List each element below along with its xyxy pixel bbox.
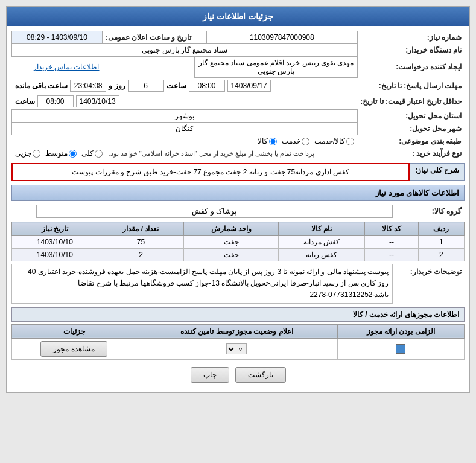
- province-label: استان محل تحویل:: [357, 110, 465, 123]
- purchase-option-medium[interactable]: متوسط: [45, 149, 77, 158]
- notes-title: توضیحات خریدار:: [392, 264, 465, 304]
- requestor-link[interactable]: اطلاعات تماس خریدار: [33, 63, 100, 71]
- summary-text: کفش اداری مردانه75 جفت و زنانه 2 جفت مجم…: [11, 163, 410, 181]
- time-label: ساعت: [167, 81, 186, 90]
- service-section-title: اطلاعات مجوزهای ارائه خدمت / کالا: [11, 307, 465, 322]
- cell-date: 1403/10/10: [12, 236, 98, 249]
- remaining-value: 23:04:08: [70, 80, 106, 92]
- reply-time-value: 08:00: [189, 80, 225, 92]
- col-qty: تعداد / مقدار: [98, 222, 184, 236]
- reply-days-value: 6: [128, 80, 164, 92]
- info-table: شماره نیاز: 1103097847000908 تاریخ و ساع…: [11, 31, 465, 159]
- cell-qty: 2: [98, 249, 184, 261]
- view-permit-button[interactable]: مشاهده مجوز: [40, 341, 107, 357]
- province-value: بوشهر: [12, 110, 358, 123]
- cell-unit: جفت: [184, 249, 279, 261]
- notes-table: توضیحات خریدار: پیوست پیشنهاد مالی و ارا…: [11, 264, 465, 304]
- table-row: 2 -- کفش زنانه جفت 2 1403/10/10: [12, 249, 465, 261]
- city-value: کنگان: [12, 123, 358, 135]
- col-status: اعلام وضعیت مجوز توسط تامین کننده: [136, 324, 338, 338]
- group-table: گروه کالا: پوشاک و کفش: [11, 205, 465, 218]
- summary-section: شرح کلی نیاز: کفش اداری مردانه75 جفت و ز…: [11, 163, 465, 181]
- buyer-org-value: ستاد مجتمع گاز پارس جنوبی: [12, 44, 358, 57]
- datetime-value: 1403/09/10 - 08:29: [12, 31, 103, 44]
- group-label: گروه کالا:: [392, 205, 465, 218]
- purchase-option-partial[interactable]: جزیی: [15, 149, 40, 158]
- content-area: شماره نیاز: 1103097847000908 تاریخ و ساع…: [7, 26, 469, 392]
- table-row: 1 -- کفش مردانه جفت 75 1403/10/10: [12, 236, 465, 249]
- col-required: الزامی بودن ارائه مجوز: [337, 324, 464, 338]
- cell-date: 1403/10/10: [12, 249, 98, 261]
- print-button[interactable]: چاپ: [191, 367, 229, 383]
- category-label: طبقه بندی موضوعی:: [357, 135, 465, 148]
- col-row: ردیف: [418, 222, 464, 236]
- col-unit: واحد شمارش: [184, 222, 279, 236]
- summary-title: شرح کلی نیاز:: [410, 163, 465, 181]
- cell-row: 2: [418, 249, 464, 261]
- cell-name: کفش زنانه: [279, 249, 365, 261]
- col-date: تاریخ نیاز: [12, 222, 98, 236]
- requestor-value: مهدی نقوی رییس خرید اقلام عمومی ستاد مجت…: [194, 57, 357, 78]
- col-name: نام کالا: [279, 222, 365, 236]
- city-label: شهر محل تحویل:: [357, 123, 465, 135]
- purchase-option-full[interactable]: کلی: [81, 149, 103, 158]
- group-value: پوشاک و کفش: [36, 205, 392, 218]
- reply-deadline-label: مهلت ارسال پاسخ: تا تاریخ:: [357, 78, 465, 94]
- required-checkbox[interactable]: [396, 344, 405, 354]
- cell-code: --: [365, 249, 419, 261]
- purchase-type-label: نوع فرآیند خرید :: [357, 147, 465, 159]
- remaining-label: ساعت باقی مانده: [15, 81, 68, 90]
- category-option-goods-service[interactable]: کالا/خدمت: [314, 137, 354, 145]
- goods-table: ردیف کد کالا نام کالا واحد شمارش تعداد /…: [11, 222, 465, 261]
- back-button[interactable]: بازگشت: [235, 367, 286, 383]
- col-detail: جزئیات: [12, 324, 136, 338]
- reply-date-value: 1403/09/17: [227, 80, 271, 92]
- category-radio-group: کالا/خدمت خدمت کالا: [15, 137, 355, 145]
- buyer-org-label: نام دستگاه خریدار:: [357, 44, 465, 57]
- button-row: بازگشت چاپ: [11, 362, 465, 388]
- service-table: الزامی بودن ارائه مجوز اعلام وضعیت مجوز …: [11, 324, 465, 360]
- category-option-service[interactable]: خدمت: [282, 137, 309, 145]
- purchase-note: پرداخت تمام یا بخشی از مبلغ خرید از محل …: [109, 150, 315, 158]
- datetime-label: تاریخ و ساعت اعلان عمومی:: [103, 31, 195, 44]
- purchase-radio-group: کلی متوسط جزیی: [15, 149, 103, 158]
- cell-code: --: [365, 236, 419, 249]
- cell-unit: جفت: [184, 236, 279, 249]
- header-title: جزئیات اطلاعات نیاز: [203, 11, 273, 21]
- price-deadline-label: حداقل تاریخ اعتبار قیمت: تا تاریخ:: [357, 94, 465, 110]
- status-select[interactable]: v: [226, 343, 247, 354]
- cell-name: کفش مردانه: [279, 236, 365, 249]
- page-title: جزئیات اطلاعات نیاز: [7, 7, 469, 26]
- price-time-value: 08:00: [37, 95, 74, 107]
- day-label: روز و: [109, 81, 125, 90]
- price-time-label: ساعت: [15, 97, 35, 106]
- cell-qty: 75: [98, 236, 184, 249]
- status-cell: v: [136, 338, 338, 359]
- main-container: جزئیات اطلاعات نیاز شماره نیاز: 11030978…: [6, 6, 470, 393]
- required-cell: [337, 338, 464, 359]
- need-number-value: 1103097847000908: [206, 31, 357, 44]
- goods-section-title: اطلاعات کالاهای مورد نیاز: [11, 185, 465, 201]
- need-number-label: شماره نیاز:: [357, 31, 465, 44]
- notes-text: پیوست پیشنهاد مالی و ارائه نمونه تا 3 رو…: [12, 264, 393, 304]
- price-date-value: 1403/10/13: [76, 95, 119, 107]
- table-row: v مشاهده مجوز: [12, 338, 465, 359]
- col-code: کد کالا: [365, 222, 419, 236]
- detail-cell: مشاهده مجوز: [12, 338, 136, 359]
- category-option-goods[interactable]: کالا: [258, 137, 277, 145]
- requestor-label: ایجاد کننده درخواست:: [357, 57, 465, 78]
- cell-row: 1: [418, 236, 464, 249]
